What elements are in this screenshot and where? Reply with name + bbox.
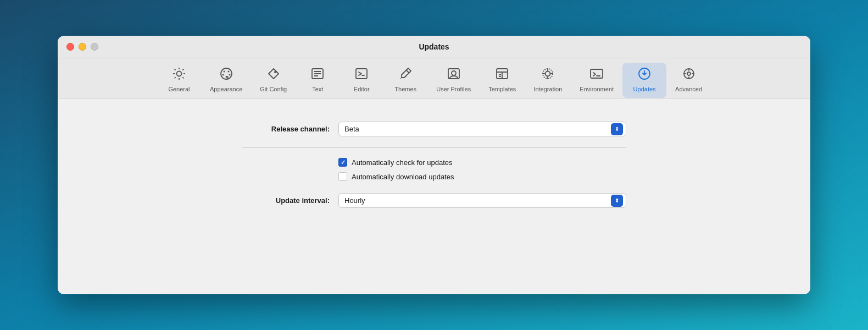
svg-point-22 bbox=[546, 72, 550, 76]
tab-text-label: Text bbox=[312, 86, 323, 92]
tab-themes-label: Themes bbox=[394, 86, 416, 92]
close-button[interactable] bbox=[66, 43, 74, 51]
auto-download-label: Automatically download updates bbox=[352, 173, 454, 181]
svg-point-28 bbox=[687, 72, 691, 75]
tab-updates-label: Updates bbox=[633, 86, 656, 92]
brush-icon bbox=[398, 66, 413, 84]
git-icon bbox=[266, 66, 281, 84]
auto-check-checkbox[interactable] bbox=[338, 158, 347, 167]
svg-line-14 bbox=[406, 70, 409, 73]
svg-point-5 bbox=[229, 74, 230, 76]
traffic-lights bbox=[66, 43, 98, 51]
tab-advanced-label: Advanced bbox=[675, 86, 702, 92]
gear-icon bbox=[171, 66, 187, 84]
release-channel-control: Stable Beta Nightly ⬍ bbox=[338, 122, 626, 136]
svg-point-2 bbox=[223, 71, 225, 73]
editor-icon bbox=[354, 66, 369, 84]
tab-environment-label: Environment bbox=[580, 86, 614, 92]
svg-point-0 bbox=[176, 72, 181, 76]
window-title: Updates bbox=[66, 42, 802, 51]
maximize-button[interactable] bbox=[91, 43, 98, 51]
download-icon bbox=[637, 66, 652, 84]
svg-point-4 bbox=[222, 74, 224, 76]
update-interval-row: Update interval: Hourly Daily Weekly ⬍ bbox=[242, 186, 626, 215]
tab-themes[interactable]: Themes bbox=[383, 63, 427, 98]
auto-check-label: Automatically check for updates bbox=[352, 158, 453, 167]
tab-integration[interactable]: Integration bbox=[525, 63, 571, 98]
svg-point-16 bbox=[452, 71, 456, 75]
tab-git-config-label: Git Config bbox=[260, 86, 287, 92]
text-icon bbox=[310, 66, 325, 84]
checkboxes-section: Automatically check for updates Automati… bbox=[338, 158, 626, 181]
svg-rect-24 bbox=[591, 69, 603, 78]
release-channel-select[interactable]: Stable Beta Nightly bbox=[338, 122, 626, 136]
tab-updates[interactable]: Updates bbox=[622, 63, 666, 98]
user-icon bbox=[446, 66, 461, 84]
update-interval-control: Hourly Daily Weekly ⬍ bbox=[338, 193, 626, 208]
tab-git-config[interactable]: Git Config bbox=[251, 63, 296, 98]
divider bbox=[242, 147, 626, 148]
integration-icon bbox=[540, 66, 555, 84]
auto-check-row[interactable]: Automatically check for updates bbox=[338, 158, 453, 167]
auto-download-row[interactable]: Automatically download updates bbox=[338, 172, 454, 181]
main-window: Updates General bbox=[58, 36, 810, 294]
tab-advanced[interactable]: Advanced bbox=[666, 63, 711, 98]
terminal-icon bbox=[589, 66, 604, 84]
form-section: Release channel: Stable Beta Nightly ⬍ bbox=[242, 115, 626, 215]
tab-environment[interactable]: Environment bbox=[571, 63, 622, 98]
release-channel-row: Release channel: Stable Beta Nightly ⬍ bbox=[242, 115, 626, 143]
templates-icon bbox=[494, 66, 510, 84]
tab-general-label: General bbox=[168, 86, 190, 92]
update-interval-label: Update interval: bbox=[242, 196, 330, 205]
palette-icon bbox=[219, 66, 234, 84]
tab-integration-label: Integration bbox=[533, 86, 562, 92]
minimize-button[interactable] bbox=[79, 43, 86, 51]
toolbar: General Appearance bbox=[58, 58, 810, 98]
tab-editor-label: Editor bbox=[354, 86, 370, 92]
tab-text[interactable]: Text bbox=[296, 63, 340, 98]
release-channel-label: Release channel: bbox=[242, 125, 330, 133]
tab-user-profiles[interactable]: User Profiles bbox=[427, 63, 480, 98]
tab-appearance[interactable]: Appearance bbox=[201, 63, 251, 98]
tab-user-profiles-label: User Profiles bbox=[436, 86, 471, 92]
svg-point-3 bbox=[227, 71, 229, 73]
tab-general[interactable]: General bbox=[157, 63, 201, 98]
content-area: Release channel: Stable Beta Nightly ⬍ bbox=[58, 98, 810, 294]
tab-templates-label: Templates bbox=[488, 86, 516, 92]
svg-point-7 bbox=[274, 71, 276, 73]
tab-appearance-label: Appearance bbox=[210, 86, 242, 92]
tab-templates[interactable]: Templates bbox=[480, 63, 525, 98]
title-bar: Updates bbox=[58, 36, 810, 58]
tab-editor[interactable]: Editor bbox=[340, 63, 383, 98]
auto-download-checkbox[interactable] bbox=[338, 172, 347, 181]
advanced-icon bbox=[681, 66, 697, 84]
update-interval-select[interactable]: Hourly Daily Weekly bbox=[338, 193, 626, 208]
checkboxes-group: Automatically check for updates Automati… bbox=[242, 152, 626, 186]
